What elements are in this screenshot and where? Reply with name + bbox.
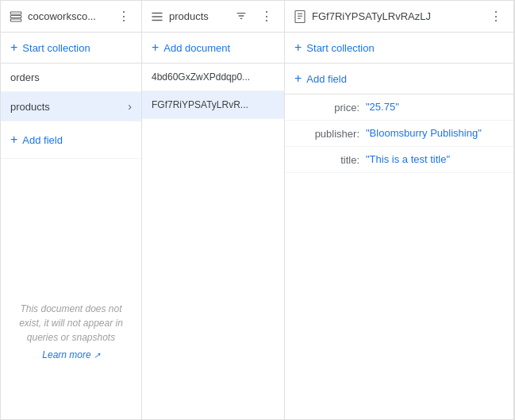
panel1-more-button[interactable]: ⋮ xyxy=(114,9,133,25)
panel1-header: cocoworksco... ⋮ xyxy=(1,1,141,33)
field-row-publisher: publisher: "Bloomsburry Publishing" xyxy=(285,121,513,147)
add-document-label: Add document xyxy=(163,42,230,54)
panel2-more-button[interactable]: ⋮ xyxy=(257,9,276,25)
add-field-button-panel1[interactable]: + Add field xyxy=(10,129,132,150)
more-vert-icon: ⋮ xyxy=(117,10,130,23)
document-item-1[interactable]: 4bd60GxZwXPddqp0... xyxy=(142,64,284,91)
panel3-header-actions: ⋮ xyxy=(486,9,505,25)
panel3-more-button[interactable]: ⋮ xyxy=(486,9,505,25)
list-icon xyxy=(150,10,164,24)
database-icon xyxy=(9,10,23,24)
plus-icon-4: + xyxy=(294,40,302,55)
add-collection-button-p3[interactable]: + Start collection xyxy=(285,33,513,64)
svg-rect-6 xyxy=(295,10,305,22)
svg-rect-4 xyxy=(152,16,163,17)
orders-label: orders xyxy=(10,71,40,83)
plus-icon-2: + xyxy=(10,133,17,147)
add-field-label-p1: Add field xyxy=(22,134,63,146)
field-value-publisher: "Bloomsburry Publishing" xyxy=(366,127,482,139)
panel3-title-area: FGf7RiYPSATyLRvRAzLJ xyxy=(293,10,431,24)
ghost-text: This document does not exist, it will no… xyxy=(19,303,123,343)
panel1-header-actions: ⋮ xyxy=(114,9,133,25)
svg-rect-0 xyxy=(10,12,21,14)
products-label: products xyxy=(10,101,50,113)
panel3-header: FGf7RiYPSATyLRvRAzLJ ⋮ xyxy=(285,1,513,33)
panel3-title: FGf7RiYPSATyLRvRAzLJ xyxy=(312,10,431,22)
collections-list: orders products › + Add field This docum… xyxy=(1,64,141,419)
documents-panel: products ⋮ + Add document xyxy=(142,1,285,419)
field-key-publisher: publisher: xyxy=(296,127,359,140)
svg-rect-2 xyxy=(10,19,21,21)
panel2-title-area: products xyxy=(150,10,209,24)
document-item-2[interactable]: FGf7RiYPSATyLRvR... xyxy=(142,91,284,119)
field-row-price: price: "25.75" xyxy=(285,94,513,121)
svg-rect-5 xyxy=(152,19,163,21)
add-document-button[interactable]: + Add document xyxy=(142,33,284,64)
fields-list: price: "25.75" publisher: "Bloomsburry P… xyxy=(285,94,513,419)
plus-icon: + xyxy=(10,40,17,55)
add-field-label-p3: Add field xyxy=(306,73,347,85)
add-collection-label: Start collection xyxy=(22,42,90,54)
panel1-title: cocoworksco... xyxy=(28,10,96,22)
documents-list: 4bd60GxZwXPddqp0... FGf7RiYPSATyLRvR... xyxy=(142,64,284,419)
field-key-price: price: xyxy=(296,101,359,114)
learn-more-container: Learn more ↗ xyxy=(10,348,132,362)
svg-rect-3 xyxy=(152,12,163,13)
more-vert-icon-3: ⋮ xyxy=(490,10,502,23)
add-field-button-p3[interactable]: + Add field xyxy=(285,64,513,94)
plus-icon-5: + xyxy=(294,71,302,86)
ghost-notice: This document does not exist, it will no… xyxy=(1,292,141,372)
document-icon xyxy=(293,10,307,24)
panel2-filter-button[interactable] xyxy=(232,8,251,25)
panel2-title: products xyxy=(169,10,209,22)
panel2-header: products ⋮ xyxy=(142,1,284,33)
svg-rect-1 xyxy=(10,15,21,17)
learn-more-label: Learn more xyxy=(42,348,90,362)
list-item-products[interactable]: products › xyxy=(1,92,141,121)
panel1-title-area: cocoworksco... xyxy=(9,10,96,24)
field-value-title: "This is a test title" xyxy=(366,153,450,165)
external-link-icon: ↗ xyxy=(94,349,100,361)
doc-id-1: 4bd60GxZwXPddqp0... xyxy=(152,71,250,83)
fields-panel: FGf7RiYPSATyLRvRAzLJ ⋮ + Start collectio… xyxy=(285,1,514,419)
panel2-header-actions: ⋮ xyxy=(232,8,276,25)
collections-panel: cocoworksco... ⋮ + Start collection orde… xyxy=(1,1,142,419)
field-key-title: title: xyxy=(296,153,359,166)
field-value-price: "25.75" xyxy=(366,101,399,113)
doc-id-2: FGf7RiYPSATyLRvR... xyxy=(152,99,248,110)
add-collection-label-p3: Start collection xyxy=(306,42,374,54)
learn-more-link[interactable]: Learn more ↗ xyxy=(42,348,99,362)
chevron-icon: › xyxy=(128,100,132,113)
list-item-orders[interactable]: orders xyxy=(1,64,141,92)
more-vert-icon-2: ⋮ xyxy=(260,10,273,23)
plus-icon-3: + xyxy=(152,40,159,55)
field-row-title: title: "This is a test title" xyxy=(285,147,513,173)
filter-icon xyxy=(235,10,248,24)
add-collection-button[interactable]: + Start collection xyxy=(1,33,141,64)
